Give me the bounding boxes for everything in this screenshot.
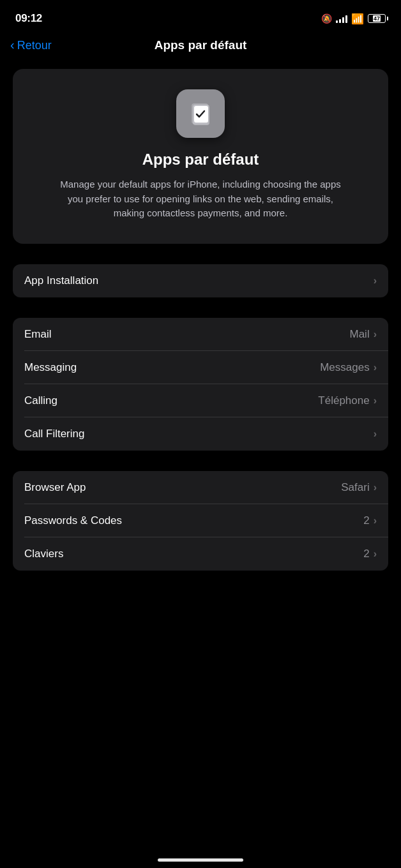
row-app-installation[interactable]: App Installation › — [13, 264, 388, 297]
group-communication: Email Mail › Messaging Messages › Callin… — [13, 318, 388, 451]
row-email-right: Mail › — [350, 328, 377, 341]
back-button[interactable]: ‹ Retour — [10, 38, 52, 52]
row-passwords-value: 2 — [363, 514, 369, 527]
status-icons: 🔕 📶 47 — [321, 13, 386, 25]
hero-description: Manage your default apps for iPhone, inc… — [60, 177, 341, 221]
chevron-icon: › — [374, 482, 377, 493]
row-passwords[interactable]: Passwords & Codes 2 › — [13, 504, 388, 537]
status-time: 09:12 — [15, 12, 42, 25]
main-content: Apps par défaut Manage your default apps… — [0, 63, 401, 617]
row-passwords-right: 2 › — [363, 514, 377, 527]
row-claviers-value: 2 — [363, 548, 369, 560]
chevron-icon: › — [374, 362, 377, 373]
signal-icon — [336, 14, 347, 23]
row-browser-app-right: Safari › — [341, 481, 377, 494]
home-indicator — [158, 858, 243, 862]
chevron-icon: › — [374, 329, 377, 340]
row-app-installation-label: App Installation — [24, 274, 98, 287]
row-messaging[interactable]: Messaging Messages › — [13, 351, 388, 384]
wifi-icon: 📶 — [351, 13, 364, 25]
chevron-icon: › — [374, 395, 377, 407]
row-call-filtering-right: › — [374, 428, 377, 440]
hero-card: Apps par défaut Manage your default apps… — [13, 69, 388, 244]
row-claviers-right: 2 › — [363, 548, 377, 560]
row-browser-app[interactable]: Browser App Safari › — [13, 471, 388, 504]
page-title: Apps par défaut — [155, 38, 247, 52]
row-app-installation-right: › — [374, 275, 377, 287]
status-bar: 09:12 🔕 📶 47 — [0, 0, 401, 33]
row-messaging-right: Messages › — [320, 361, 377, 374]
row-messaging-label: Messaging — [24, 361, 77, 374]
row-calling-label: Calling — [24, 394, 57, 407]
row-calling-value: Téléphone — [318, 394, 369, 407]
row-browser-app-value: Safari — [341, 481, 369, 494]
row-call-filtering-label: Call Filtering — [24, 428, 84, 440]
row-claviers[interactable]: Claviers 2 › — [13, 537, 388, 571]
hero-icon — [176, 89, 225, 138]
group-app-installation: App Installation › — [13, 264, 388, 297]
back-label: Retour — [17, 39, 52, 52]
hero-title: Apps par défaut — [28, 151, 373, 168]
group-browser: Browser App Safari › Passwords & Codes 2… — [13, 471, 388, 571]
mute-icon: 🔕 — [321, 13, 332, 24]
chevron-icon: › — [374, 548, 377, 560]
row-email-value: Mail — [350, 328, 370, 341]
chevron-icon: › — [374, 515, 377, 527]
chevron-icon: › — [374, 275, 377, 287]
row-call-filtering[interactable]: Call Filtering › — [13, 417, 388, 451]
row-calling-right: Téléphone › — [318, 394, 377, 407]
back-chevron-icon: ‹ — [10, 38, 15, 52]
row-email-label: Email — [24, 328, 52, 341]
row-calling[interactable]: Calling Téléphone › — [13, 384, 388, 417]
battery-icon: 47 — [368, 14, 386, 23]
row-passwords-label: Passwords & Codes — [24, 514, 122, 527]
row-messaging-value: Messages — [320, 361, 369, 374]
row-email[interactable]: Email Mail › — [13, 318, 388, 351]
nav-bar: ‹ Retour Apps par défaut — [0, 33, 401, 63]
row-browser-app-label: Browser App — [24, 481, 86, 494]
row-claviers-label: Claviers — [24, 548, 63, 560]
chevron-icon: › — [374, 428, 377, 440]
